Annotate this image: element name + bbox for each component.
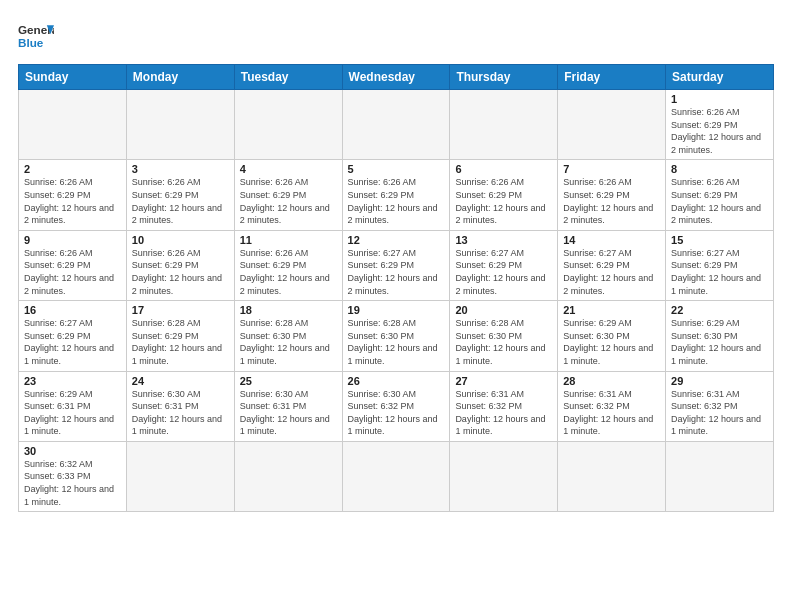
calendar-cell [19, 90, 127, 160]
day-info: Sunrise: 6:27 AM Sunset: 6:29 PM Dayligh… [563, 247, 660, 297]
day-number: 22 [671, 304, 768, 316]
calendar-cell: 5Sunrise: 6:26 AM Sunset: 6:29 PM Daylig… [342, 160, 450, 230]
calendar-cell: 15Sunrise: 6:27 AM Sunset: 6:29 PM Dayli… [666, 230, 774, 300]
day-info: Sunrise: 6:27 AM Sunset: 6:29 PM Dayligh… [671, 247, 768, 297]
weekday-header-saturday: Saturday [666, 65, 774, 90]
day-info: Sunrise: 6:27 AM Sunset: 6:29 PM Dayligh… [455, 247, 552, 297]
calendar-cell [558, 90, 666, 160]
day-number: 8 [671, 163, 768, 175]
weekday-header-tuesday: Tuesday [234, 65, 342, 90]
calendar-cell: 22Sunrise: 6:29 AM Sunset: 6:30 PM Dayli… [666, 301, 774, 371]
day-info: Sunrise: 6:31 AM Sunset: 6:32 PM Dayligh… [563, 388, 660, 438]
calendar-cell: 8Sunrise: 6:26 AM Sunset: 6:29 PM Daylig… [666, 160, 774, 230]
day-number: 10 [132, 234, 229, 246]
calendar-cell: 6Sunrise: 6:26 AM Sunset: 6:29 PM Daylig… [450, 160, 558, 230]
calendar-cell: 25Sunrise: 6:30 AM Sunset: 6:31 PM Dayli… [234, 371, 342, 441]
day-number: 30 [24, 445, 121, 457]
day-number: 14 [563, 234, 660, 246]
day-number: 12 [348, 234, 445, 246]
generalblue-logo-icon: General Blue [18, 18, 54, 54]
weekday-header-monday: Monday [126, 65, 234, 90]
day-number: 27 [455, 375, 552, 387]
day-number: 21 [563, 304, 660, 316]
day-number: 19 [348, 304, 445, 316]
calendar-cell: 13Sunrise: 6:27 AM Sunset: 6:29 PM Dayli… [450, 230, 558, 300]
day-info: Sunrise: 6:26 AM Sunset: 6:29 PM Dayligh… [455, 176, 552, 226]
day-number: 15 [671, 234, 768, 246]
day-info: Sunrise: 6:26 AM Sunset: 6:29 PM Dayligh… [563, 176, 660, 226]
day-info: Sunrise: 6:26 AM Sunset: 6:29 PM Dayligh… [24, 247, 121, 297]
day-number: 5 [348, 163, 445, 175]
day-number: 6 [455, 163, 552, 175]
day-info: Sunrise: 6:26 AM Sunset: 6:29 PM Dayligh… [24, 176, 121, 226]
calendar-cell: 10Sunrise: 6:26 AM Sunset: 6:29 PM Dayli… [126, 230, 234, 300]
day-number: 29 [671, 375, 768, 387]
day-info: Sunrise: 6:26 AM Sunset: 6:29 PM Dayligh… [240, 247, 337, 297]
calendar-cell: 24Sunrise: 6:30 AM Sunset: 6:31 PM Dayli… [126, 371, 234, 441]
weekday-header-friday: Friday [558, 65, 666, 90]
day-info: Sunrise: 6:26 AM Sunset: 6:29 PM Dayligh… [132, 176, 229, 226]
calendar-cell: 28Sunrise: 6:31 AM Sunset: 6:32 PM Dayli… [558, 371, 666, 441]
weekday-header-sunday: Sunday [19, 65, 127, 90]
calendar-cell: 4Sunrise: 6:26 AM Sunset: 6:29 PM Daylig… [234, 160, 342, 230]
day-number: 16 [24, 304, 121, 316]
day-number: 25 [240, 375, 337, 387]
day-number: 26 [348, 375, 445, 387]
day-number: 1 [671, 93, 768, 105]
day-number: 23 [24, 375, 121, 387]
day-info: Sunrise: 6:26 AM Sunset: 6:29 PM Dayligh… [671, 176, 768, 226]
calendar-cell: 14Sunrise: 6:27 AM Sunset: 6:29 PM Dayli… [558, 230, 666, 300]
calendar-cell: 2Sunrise: 6:26 AM Sunset: 6:29 PM Daylig… [19, 160, 127, 230]
calendar-cell: 7Sunrise: 6:26 AM Sunset: 6:29 PM Daylig… [558, 160, 666, 230]
day-info: Sunrise: 6:29 AM Sunset: 6:30 PM Dayligh… [671, 317, 768, 367]
day-number: 20 [455, 304, 552, 316]
calendar-cell: 30Sunrise: 6:32 AM Sunset: 6:33 PM Dayli… [19, 441, 127, 511]
day-info: Sunrise: 6:32 AM Sunset: 6:33 PM Dayligh… [24, 458, 121, 508]
day-info: Sunrise: 6:28 AM Sunset: 6:30 PM Dayligh… [348, 317, 445, 367]
calendar-cell: 27Sunrise: 6:31 AM Sunset: 6:32 PM Dayli… [450, 371, 558, 441]
weekday-header-thursday: Thursday [450, 65, 558, 90]
calendar-cell: 18Sunrise: 6:28 AM Sunset: 6:30 PM Dayli… [234, 301, 342, 371]
svg-text:Blue: Blue [18, 36, 44, 49]
page: General Blue SundayMondayTuesdayWednesda… [0, 0, 792, 522]
day-info: Sunrise: 6:31 AM Sunset: 6:32 PM Dayligh… [455, 388, 552, 438]
day-number: 13 [455, 234, 552, 246]
calendar-cell [558, 441, 666, 511]
day-info: Sunrise: 6:26 AM Sunset: 6:29 PM Dayligh… [240, 176, 337, 226]
day-info: Sunrise: 6:28 AM Sunset: 6:30 PM Dayligh… [240, 317, 337, 367]
day-number: 3 [132, 163, 229, 175]
header: General Blue [18, 18, 774, 54]
calendar-cell [126, 90, 234, 160]
calendar-cell: 12Sunrise: 6:27 AM Sunset: 6:29 PM Dayli… [342, 230, 450, 300]
day-number: 24 [132, 375, 229, 387]
day-info: Sunrise: 6:28 AM Sunset: 6:30 PM Dayligh… [455, 317, 552, 367]
day-number: 2 [24, 163, 121, 175]
calendar-cell: 19Sunrise: 6:28 AM Sunset: 6:30 PM Dayli… [342, 301, 450, 371]
day-info: Sunrise: 6:28 AM Sunset: 6:29 PM Dayligh… [132, 317, 229, 367]
day-number: 18 [240, 304, 337, 316]
day-number: 7 [563, 163, 660, 175]
day-number: 11 [240, 234, 337, 246]
calendar-cell: 17Sunrise: 6:28 AM Sunset: 6:29 PM Dayli… [126, 301, 234, 371]
day-info: Sunrise: 6:30 AM Sunset: 6:31 PM Dayligh… [132, 388, 229, 438]
calendar-cell: 3Sunrise: 6:26 AM Sunset: 6:29 PM Daylig… [126, 160, 234, 230]
calendar-cell: 9Sunrise: 6:26 AM Sunset: 6:29 PM Daylig… [19, 230, 127, 300]
day-info: Sunrise: 6:29 AM Sunset: 6:30 PM Dayligh… [563, 317, 660, 367]
calendar-cell [342, 441, 450, 511]
calendar-cell: 11Sunrise: 6:26 AM Sunset: 6:29 PM Dayli… [234, 230, 342, 300]
calendar-cell: 23Sunrise: 6:29 AM Sunset: 6:31 PM Dayli… [19, 371, 127, 441]
calendar-table: SundayMondayTuesdayWednesdayThursdayFrid… [18, 64, 774, 512]
day-info: Sunrise: 6:30 AM Sunset: 6:32 PM Dayligh… [348, 388, 445, 438]
day-info: Sunrise: 6:26 AM Sunset: 6:29 PM Dayligh… [348, 176, 445, 226]
day-number: 28 [563, 375, 660, 387]
calendar-cell: 26Sunrise: 6:30 AM Sunset: 6:32 PM Dayli… [342, 371, 450, 441]
day-info: Sunrise: 6:30 AM Sunset: 6:31 PM Dayligh… [240, 388, 337, 438]
day-info: Sunrise: 6:26 AM Sunset: 6:29 PM Dayligh… [671, 106, 768, 156]
calendar-cell [342, 90, 450, 160]
calendar-cell [234, 90, 342, 160]
day-number: 9 [24, 234, 121, 246]
day-info: Sunrise: 6:27 AM Sunset: 6:29 PM Dayligh… [348, 247, 445, 297]
day-info: Sunrise: 6:26 AM Sunset: 6:29 PM Dayligh… [132, 247, 229, 297]
logo: General Blue [18, 18, 54, 54]
calendar-cell [126, 441, 234, 511]
